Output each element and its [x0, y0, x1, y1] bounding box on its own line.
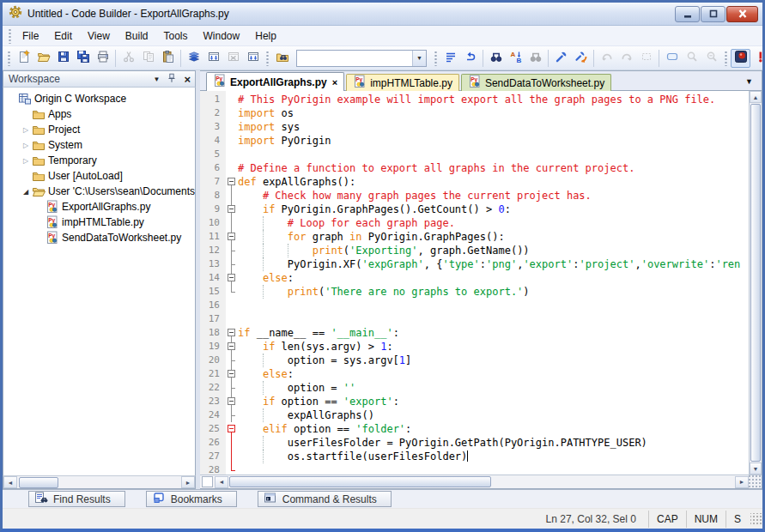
indent-button[interactable] — [440, 49, 460, 68]
menu-build[interactable]: Build — [118, 27, 156, 45]
comment-region-button[interactable] — [662, 49, 682, 68]
code-line-12[interactable]: 12 print('Exporting', graph.GetName()) — [200, 244, 749, 257]
output-tab-bookmarks[interactable]: Bookmarks — [146, 491, 237, 507]
code-line-21[interactable]: 21 else: — [200, 367, 749, 381]
menu-help[interactable]: Help — [247, 27, 284, 45]
build-all-button[interactable] — [243, 49, 263, 68]
expander-icon[interactable]: ▷ — [21, 142, 31, 149]
fold-marker[interactable] — [226, 340, 238, 354]
code-line-16[interactable]: 16 — [200, 299, 749, 312]
fold-marker[interactable] — [226, 271, 238, 285]
output-tab-command-results[interactable]: Command & Results — [258, 491, 392, 507]
fold-marker[interactable] — [226, 175, 238, 189]
window-resize-grip[interactable] — [750, 513, 762, 525]
tree-item-project[interactable]: ▷Project — [3, 122, 195, 137]
cut-button[interactable] — [118, 49, 138, 68]
code-line-2[interactable]: 2import os — [200, 106, 749, 120]
code-line-3[interactable]: 3import sys — [200, 120, 749, 134]
code-line-9[interactable]: 9 if PyOrigin.GraphPages().GetCount() > … — [200, 203, 749, 216]
save-button[interactable] — [53, 49, 73, 68]
editor-hscrollbar[interactable]: ◄ ► — [200, 475, 762, 488]
scrollbar-thumb[interactable] — [229, 476, 491, 487]
fold-marker[interactable] — [226, 422, 238, 436]
panel-menu-icon[interactable]: ▼ — [153, 76, 160, 83]
workspace-hscrollbar[interactable]: ◄ ► — [3, 475, 196, 489]
tree-item-origin-c-workspace[interactable]: Origin C Workspace — [3, 91, 195, 106]
scroll-left-icon[interactable]: ◄ — [3, 476, 17, 488]
toolbar-grip[interactable] — [725, 51, 727, 66]
goto-line-button[interactable] — [460, 49, 480, 68]
tree-item-imphtmltable-py[interactable]: PyimpHTMLTable.py — [3, 215, 195, 230]
expander-icon[interactable]: ▷ — [21, 126, 31, 134]
zoom-out-button[interactable] — [701, 49, 721, 68]
panel-close-icon[interactable]: × — [184, 74, 191, 85]
code-line-8[interactable]: 8 # Check how many graph pages the curre… — [200, 189, 749, 203]
chevron-down-icon[interactable]: ▼ — [412, 51, 426, 66]
code-line-6[interactable]: 6# Define a function to export all graph… — [200, 161, 749, 175]
code-line-13[interactable]: 13 PyOrigin.XF('expGraph', {'type':'png'… — [200, 257, 749, 271]
menu-file[interactable]: File — [15, 27, 46, 45]
scroll-right-icon[interactable]: ► — [735, 476, 749, 488]
code-line-28[interactable]: 28 — [200, 463, 749, 475]
select-block-button[interactable] — [636, 49, 656, 68]
code-editor[interactable]: 1# This PyOrigin example will import exp… — [200, 91, 749, 475]
scroll-left-icon[interactable]: ◄ — [215, 476, 228, 488]
menu-edit[interactable]: Edit — [46, 27, 80, 45]
undo-button[interactable] — [597, 49, 616, 68]
tree-item-temporary[interactable]: ▷Temporary — [3, 153, 195, 168]
buffer-split-box[interactable] — [202, 476, 213, 487]
tree-item-user-c-users-sean-documents-[interactable]: ◢User 'C:\Users\sean\Documents' — [3, 184, 195, 199]
scrollbar-thumb[interactable] — [19, 477, 58, 488]
tree-item-user-autoload-[interactable]: User [AutoLoad] — [3, 168, 195, 184]
breakpoint-mark-button[interactable] — [750, 49, 765, 68]
tab-senddatatoworksheet.py[interactable]: PySendDataToWorksheet.py — [461, 74, 611, 91]
redo-button[interactable] — [616, 49, 636, 68]
menubar-grip[interactable] — [9, 28, 11, 44]
toolbar-combobox[interactable]: ▼ — [296, 50, 427, 67]
titlebar[interactable]: Untitled - Code Builder - ExportAllGraph… — [3, 3, 762, 26]
print-button[interactable] — [93, 49, 112, 68]
stop-build-button[interactable] — [223, 49, 243, 68]
new-file-button[interactable] — [14, 49, 33, 68]
fold-marker[interactable] — [226, 326, 238, 340]
find-button[interactable] — [486, 49, 506, 68]
tab-overflow-icon[interactable]: ▼ — [745, 77, 753, 86]
tree-item-apps[interactable]: Apps — [3, 106, 195, 122]
minimize-button[interactable] — [675, 6, 700, 22]
code-line-25[interactable]: 25 elif option == 'folder': — [200, 422, 749, 436]
code-line-4[interactable]: 4import PyOrigin — [200, 134, 749, 148]
code-line-11[interactable]: 11 for graph in PyOrigin.GraphPages(): — [200, 230, 749, 244]
copy-button[interactable] — [138, 49, 158, 68]
scroll-up-icon[interactable]: ▲ — [750, 91, 762, 103]
code-line-19[interactable]: 19 if len(sys.argv) > 1: — [200, 340, 749, 354]
open-button[interactable] — [33, 49, 53, 68]
toolbar-grip[interactable] — [434, 51, 437, 66]
tab-exportallgraphs.py[interactable]: PyExportAllGraphs.py× — [206, 72, 344, 91]
expander-icon[interactable]: ◢ — [21, 188, 31, 196]
toolbar-grip[interactable] — [8, 51, 10, 66]
code-line-15[interactable]: 15 print('There are no graphs to export.… — [200, 285, 749, 299]
tab-close-icon[interactable]: × — [332, 77, 337, 88]
menu-view[interactable]: View — [80, 27, 118, 45]
code-line-7[interactable]: 7def expAllGraphs(): — [200, 175, 749, 189]
tree-item-system[interactable]: ▷System — [3, 137, 195, 153]
compile-file-button[interactable] — [551, 49, 571, 68]
toggle-breakpoint-button[interactable] — [731, 49, 750, 68]
fold-marker[interactable] — [226, 367, 238, 381]
find-selected-button[interactable] — [525, 49, 545, 68]
code-line-14[interactable]: 14 else: — [200, 271, 749, 285]
resize-grip[interactable] — [749, 475, 762, 488]
compile-button[interactable] — [184, 49, 203, 68]
output-tab-find-results[interactable]: Find Results — [28, 491, 125, 507]
find-in-files-button[interactable] — [272, 49, 292, 68]
paste-button[interactable] — [158, 49, 178, 68]
tree-item-exportallgraphs-py[interactable]: PyExportAllGraphs.py — [3, 199, 195, 215]
code-line-20[interactable]: 20 option = sys.argv[1] — [200, 354, 749, 367]
menu-window[interactable]: Window — [196, 27, 248, 45]
replace-button[interactable]: AB — [506, 49, 525, 68]
build-button[interactable] — [203, 49, 223, 68]
tree-item-senddatatoworksheet-py[interactable]: PySendDataToWorksheet.py — [3, 230, 195, 245]
zoom-in-button[interactable] — [682, 49, 701, 68]
close-button[interactable] — [726, 6, 758, 22]
fold-marker[interactable] — [226, 395, 238, 408]
